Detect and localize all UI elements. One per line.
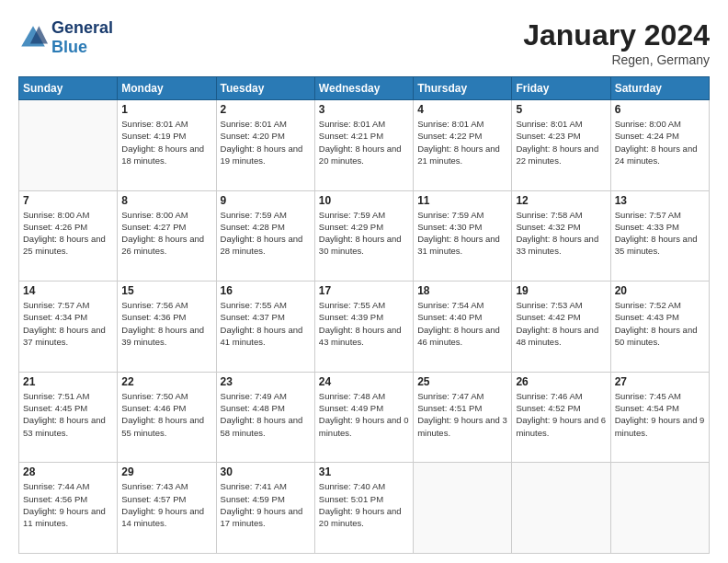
cell-sun-info: Sunrise: 7:55 AM Sunset: 4:39 PM Dayligh… [319, 299, 409, 348]
day-number: 24 [319, 375, 409, 388]
col-tuesday: Tuesday [216, 77, 314, 100]
cell-sun-info: Sunrise: 8:00 AM Sunset: 4:24 PM Dayligh… [615, 118, 705, 167]
day-number: 15 [121, 284, 211, 297]
cell-sun-info: Sunrise: 8:01 AM Sunset: 4:19 PM Dayligh… [121, 118, 211, 167]
day-number: 30 [221, 465, 311, 478]
cell-sun-info: Sunrise: 7:59 AM Sunset: 4:29 PM Dayligh… [319, 209, 409, 258]
cell-sun-info: Sunrise: 7:48 AM Sunset: 4:49 PM Dayligh… [319, 390, 409, 439]
day-number: 22 [121, 375, 211, 388]
day-number: 7 [23, 194, 113, 207]
table-row: 25Sunrise: 7:47 AM Sunset: 4:51 PM Dayli… [414, 372, 512, 463]
day-number: 27 [615, 375, 705, 388]
cell-sun-info: Sunrise: 7:59 AM Sunset: 4:28 PM Dayligh… [221, 209, 311, 258]
cell-sun-info: Sunrise: 7:50 AM Sunset: 4:46 PM Dayligh… [121, 390, 211, 439]
table-row: 15Sunrise: 7:56 AM Sunset: 4:36 PM Dayli… [118, 282, 216, 373]
table-row: 28Sunrise: 7:44 AM Sunset: 4:56 PM Dayli… [19, 463, 118, 554]
col-wednesday: Wednesday [314, 77, 413, 100]
day-number: 18 [417, 284, 507, 297]
table-row: 2Sunrise: 8:01 AM Sunset: 4:20 PM Daylig… [216, 100, 314, 191]
table-row: 9Sunrise: 7:59 AM Sunset: 4:28 PM Daylig… [216, 190, 314, 282]
day-number: 8 [121, 194, 211, 207]
day-number: 29 [121, 465, 211, 478]
calendar-table: Sunday Monday Tuesday Wednesday Thursday… [18, 76, 710, 554]
day-number: 9 [221, 194, 311, 207]
day-number: 5 [516, 103, 606, 116]
day-number: 4 [417, 103, 507, 116]
col-friday: Friday [512, 77, 610, 100]
table-row: 30Sunrise: 7:41 AM Sunset: 4:59 PM Dayli… [216, 463, 314, 554]
table-row: 31Sunrise: 7:40 AM Sunset: 5:01 PM Dayli… [314, 463, 413, 554]
col-saturday: Saturday [610, 77, 709, 100]
day-number: 20 [615, 284, 705, 297]
table-row: 24Sunrise: 7:48 AM Sunset: 4:49 PM Dayli… [314, 372, 413, 463]
cell-sun-info: Sunrise: 8:01 AM Sunset: 4:20 PM Dayligh… [221, 118, 311, 167]
table-row: 22Sunrise: 7:50 AM Sunset: 4:46 PM Dayli… [118, 372, 216, 463]
cell-sun-info: Sunrise: 7:40 AM Sunset: 5:01 PM Dayligh… [319, 480, 409, 529]
table-row: 1Sunrise: 8:01 AM Sunset: 4:19 PM Daylig… [118, 100, 216, 191]
cell-sun-info: Sunrise: 8:01 AM Sunset: 4:22 PM Dayligh… [417, 118, 507, 167]
table-row: 3Sunrise: 8:01 AM Sunset: 4:21 PM Daylig… [314, 100, 413, 191]
table-row: 21Sunrise: 7:51 AM Sunset: 4:45 PM Dayli… [19, 372, 118, 463]
calendar-week-row: 1Sunrise: 8:01 AM Sunset: 4:19 PM Daylig… [19, 100, 710, 191]
logo: General Blue [18, 18, 113, 57]
table-row: 8Sunrise: 8:00 AM Sunset: 4:27 PM Daylig… [118, 190, 216, 282]
calendar-week-row: 7Sunrise: 8:00 AM Sunset: 4:26 PM Daylig… [19, 190, 710, 282]
day-number: 16 [221, 284, 311, 297]
calendar-week-row: 28Sunrise: 7:44 AM Sunset: 4:56 PM Dayli… [19, 463, 710, 554]
cell-sun-info: Sunrise: 8:00 AM Sunset: 4:26 PM Dayligh… [23, 209, 113, 258]
table-row [414, 463, 512, 554]
calendar-week-row: 14Sunrise: 7:57 AM Sunset: 4:34 PM Dayli… [19, 282, 710, 373]
day-number: 6 [615, 103, 705, 116]
table-row: 29Sunrise: 7:43 AM Sunset: 4:57 PM Dayli… [118, 463, 216, 554]
day-number: 17 [319, 284, 409, 297]
day-number: 13 [615, 194, 705, 207]
cell-sun-info: Sunrise: 7:41 AM Sunset: 4:59 PM Dayligh… [221, 480, 311, 529]
day-number: 23 [221, 375, 311, 388]
day-number: 21 [23, 375, 113, 388]
day-number: 31 [319, 465, 409, 478]
cell-sun-info: Sunrise: 7:47 AM Sunset: 4:51 PM Dayligh… [417, 390, 507, 439]
header: General Blue January 2024 Regen, Germany [18, 18, 710, 67]
cell-sun-info: Sunrise: 8:01 AM Sunset: 4:21 PM Dayligh… [319, 118, 409, 167]
cell-sun-info: Sunrise: 7:44 AM Sunset: 4:56 PM Dayligh… [23, 480, 113, 529]
col-thursday: Thursday [414, 77, 512, 100]
table-row: 10Sunrise: 7:59 AM Sunset: 4:29 PM Dayli… [314, 190, 413, 282]
day-number: 2 [221, 103, 311, 116]
table-row: 20Sunrise: 7:52 AM Sunset: 4:43 PM Dayli… [610, 282, 709, 373]
day-number: 28 [23, 465, 113, 478]
table-row: 12Sunrise: 7:58 AM Sunset: 4:32 PM Dayli… [512, 190, 610, 282]
cell-sun-info: Sunrise: 7:55 AM Sunset: 4:37 PM Dayligh… [221, 299, 311, 348]
calendar-week-row: 21Sunrise: 7:51 AM Sunset: 4:45 PM Dayli… [19, 372, 710, 463]
day-number: 26 [516, 375, 606, 388]
cell-sun-info: Sunrise: 7:45 AM Sunset: 4:54 PM Dayligh… [615, 390, 705, 439]
cell-sun-info: Sunrise: 8:01 AM Sunset: 4:23 PM Dayligh… [516, 118, 606, 167]
logo-text: General Blue [51, 18, 113, 57]
table-row [512, 463, 610, 554]
table-row: 26Sunrise: 7:46 AM Sunset: 4:52 PM Dayli… [512, 372, 610, 463]
table-row: 5Sunrise: 8:01 AM Sunset: 4:23 PM Daylig… [512, 100, 610, 191]
table-row: 14Sunrise: 7:57 AM Sunset: 4:34 PM Dayli… [19, 282, 118, 373]
logo-icon [18, 23, 48, 52]
col-monday: Monday [118, 77, 216, 100]
cell-sun-info: Sunrise: 7:52 AM Sunset: 4:43 PM Dayligh… [615, 299, 705, 348]
cell-sun-info: Sunrise: 7:59 AM Sunset: 4:30 PM Dayligh… [417, 209, 507, 258]
cell-sun-info: Sunrise: 8:00 AM Sunset: 4:27 PM Dayligh… [121, 209, 211, 258]
cell-sun-info: Sunrise: 7:57 AM Sunset: 4:34 PM Dayligh… [23, 299, 113, 348]
cell-sun-info: Sunrise: 7:46 AM Sunset: 4:52 PM Dayligh… [516, 390, 606, 439]
day-number: 10 [319, 194, 409, 207]
table-row: 4Sunrise: 8:01 AM Sunset: 4:22 PM Daylig… [414, 100, 512, 191]
month-year: January 2024 [523, 18, 710, 52]
cell-sun-info: Sunrise: 7:53 AM Sunset: 4:42 PM Dayligh… [516, 299, 606, 348]
day-number: 1 [121, 103, 211, 116]
table-row: 16Sunrise: 7:55 AM Sunset: 4:37 PM Dayli… [216, 282, 314, 373]
table-row: 27Sunrise: 7:45 AM Sunset: 4:54 PM Dayli… [610, 372, 709, 463]
table-row: 6Sunrise: 8:00 AM Sunset: 4:24 PM Daylig… [610, 100, 709, 191]
table-row [610, 463, 709, 554]
cell-sun-info: Sunrise: 7:57 AM Sunset: 4:33 PM Dayligh… [615, 209, 705, 258]
table-row: 13Sunrise: 7:57 AM Sunset: 4:33 PM Dayli… [610, 190, 709, 282]
col-sunday: Sunday [19, 77, 118, 100]
table-row: 23Sunrise: 7:49 AM Sunset: 4:48 PM Dayli… [216, 372, 314, 463]
table-row: 19Sunrise: 7:53 AM Sunset: 4:42 PM Dayli… [512, 282, 610, 373]
page: General Blue January 2024 Regen, Germany… [0, 0, 728, 563]
day-number: 25 [417, 375, 507, 388]
